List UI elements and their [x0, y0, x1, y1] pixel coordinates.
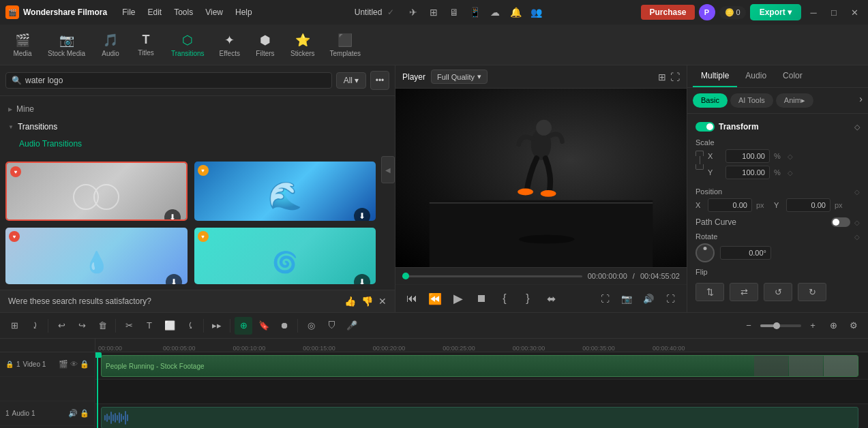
transform-keyframe-icon[interactable]: ◇: [854, 123, 860, 132]
resize-button[interactable]: ⛶: [661, 289, 680, 308]
delete-button[interactable]: 🗑: [93, 317, 111, 335]
timeline-cursor-btn[interactable]: ⤸: [26, 317, 44, 335]
track-height-btn[interactable]: ⊕: [824, 317, 842, 335]
rotate-right-button[interactable]: ↻: [798, 283, 826, 301]
cloud-icon[interactable]: ☁: [487, 4, 503, 20]
stop-button[interactable]: ⏹: [472, 289, 491, 308]
download-icon-2[interactable]: ⬇: [354, 208, 370, 221]
more-tabs-icon[interactable]: ›: [859, 93, 863, 108]
download-icon-3[interactable]: ⬇: [166, 274, 182, 284]
search-input[interactable]: [25, 76, 326, 85]
thumbdown-icon[interactable]: 👎: [361, 296, 373, 307]
tab-audio[interactable]: Audio: [737, 65, 775, 87]
audio-button[interactable]: 🔊: [639, 289, 658, 308]
rotate-keyframe-icon[interactable]: ◇: [854, 233, 860, 241]
menu-help[interactable]: Help: [230, 5, 258, 20]
menu-tools[interactable]: Tools: [168, 5, 198, 20]
video-lock-btn[interactable]: 🔒: [80, 360, 89, 369]
position-keyframe-icon[interactable]: ◇: [854, 188, 860, 196]
filter-dropdown[interactable]: All ▾: [336, 72, 366, 89]
grid-icon[interactable]: ⊞: [425, 4, 442, 20]
record-btn[interactable]: ⏺: [275, 317, 293, 335]
profile-avatar[interactable]: P: [699, 4, 715, 20]
video-track-icon1[interactable]: 🎬: [59, 360, 68, 369]
picture-in-picture-button[interactable]: ⛶: [595, 289, 614, 308]
skip-back-button[interactable]: ⏮: [402, 289, 421, 308]
settings-btn[interactable]: ⚙: [845, 317, 863, 335]
purchase-button[interactable]: Purchase: [641, 5, 694, 20]
add-marker-button[interactable]: ⬌: [541, 289, 560, 308]
split-audio-btn[interactable]: ◎: [302, 317, 320, 335]
scale-y-keyframe-icon[interactable]: ◇: [788, 169, 793, 177]
nav-audio-transitions[interactable]: Audio Transitions: [0, 136, 395, 152]
timeline-layout-btn[interactable]: ⊞: [5, 317, 23, 335]
audio-track-clip[interactable]: [101, 407, 858, 428]
step-back-button[interactable]: ⏪: [425, 289, 445, 308]
video-track-clip[interactable]: People Running - Stock Footage: [101, 355, 858, 377]
tool-filters[interactable]: ⬢ Filters: [248, 29, 282, 61]
cut-button[interactable]: ✂: [120, 317, 138, 335]
menu-edit[interactable]: Edit: [142, 5, 167, 20]
quality-select[interactable]: Full Quality ▾: [431, 70, 488, 84]
people-icon[interactable]: 👥: [528, 4, 544, 20]
pos-y-input[interactable]: [786, 198, 830, 212]
card-liquid-vfx-09[interactable]: ♥ ⬇ Liquid VFX Transition 09: [5, 162, 188, 221]
zoom-slider[interactable]: [760, 324, 801, 327]
flip-vertical-button[interactable]: ⇅: [695, 283, 724, 301]
mark-in-button[interactable]: {: [495, 289, 514, 308]
path-curve-toggle[interactable]: [831, 217, 850, 227]
speed-button[interactable]: ⤹: [181, 317, 199, 335]
progress-bar[interactable]: [402, 275, 582, 277]
minimize-button[interactable]: ─: [805, 4, 822, 20]
mic-btn[interactable]: 🎤: [343, 317, 361, 335]
tab-multiple[interactable]: Multiple: [693, 65, 737, 87]
export-button[interactable]: Export ▾: [750, 4, 801, 20]
thumbup-icon[interactable]: 👍: [344, 296, 356, 307]
menu-file[interactable]: File: [117, 5, 140, 20]
nav-mine[interactable]: ▶ Mine: [0, 100, 395, 118]
maximize-button[interactable]: □: [826, 4, 842, 20]
zoom-out-btn[interactable]: −: [740, 317, 758, 335]
tool-effects[interactable]: ✦ Effects: [213, 29, 247, 61]
phone-icon[interactable]: 📱: [466, 4, 483, 20]
redo-button[interactable]: ↪: [73, 317, 91, 335]
transform-toggle[interactable]: [695, 122, 715, 132]
card-liquid-vfx-04[interactable]: ♥ ⬇ 💧 Liquid VFX Transition 04: [5, 228, 188, 284]
mark-out-button[interactable]: }: [518, 289, 537, 308]
grid-view-icon[interactable]: ⊞: [658, 72, 666, 82]
tab-player[interactable]: Player: [402, 72, 425, 82]
close-button[interactable]: ✕: [846, 4, 863, 20]
audio-mute-btn[interactable]: 🔊: [68, 409, 78, 418]
snapshot-button[interactable]: 📷: [617, 289, 636, 308]
tool-transitions[interactable]: ⬡ Transitions: [164, 29, 211, 61]
shield-btn[interactable]: ⛉: [323, 317, 340, 335]
rotate-input[interactable]: [720, 246, 771, 260]
tool-titles[interactable]: T Titles: [129, 29, 163, 61]
monitor-icon[interactable]: 🖥: [446, 4, 462, 20]
text-button[interactable]: T: [140, 317, 158, 335]
subtab-basic[interactable]: Basic: [693, 93, 728, 108]
fullscreen-icon[interactable]: ⛶: [670, 72, 680, 82]
more-options-button[interactable]: •••: [370, 71, 389, 90]
download-icon-4[interactable]: ⬇: [354, 274, 370, 284]
tool-stickers[interactable]: ⭐ Stickers: [284, 29, 322, 61]
menu-view[interactable]: View: [200, 5, 228, 20]
scale-y-input[interactable]: [725, 166, 770, 179]
tool-audio[interactable]: 🎵 Audio: [93, 29, 128, 61]
send-icon[interactable]: ✈: [405, 4, 421, 20]
tool-stock-media[interactable]: 📷 Stock Media: [41, 29, 92, 61]
nav-transitions[interactable]: ▼ Transitions: [0, 118, 395, 136]
audio-lock-btn[interactable]: 🔒: [80, 409, 89, 418]
video-eye-icon[interactable]: 👁: [70, 360, 78, 369]
subtab-ai-tools[interactable]: AI Tools: [730, 93, 773, 108]
download-icon-1[interactable]: ⬇: [164, 209, 181, 221]
crop-button[interactable]: ⬜: [161, 317, 179, 335]
bell-icon[interactable]: 🔔: [507, 4, 524, 20]
tool-media[interactable]: 🎬 Media: [5, 29, 40, 61]
rotate-dial[interactable]: [695, 243, 715, 262]
points-display[interactable]: 🪙 0: [719, 6, 746, 19]
tab-color[interactable]: Color: [775, 65, 811, 87]
tool-templates[interactable]: ⬛ Templates: [323, 29, 368, 61]
scale-x-input[interactable]: [725, 149, 770, 163]
path-curve-keyframe-icon[interactable]: ◇: [854, 219, 860, 226]
